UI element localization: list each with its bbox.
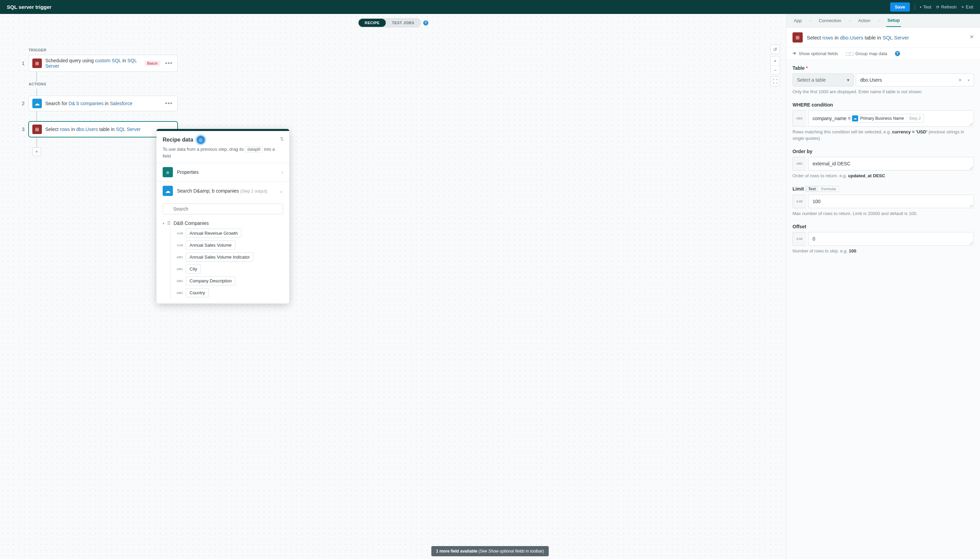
tab-test-jobs[interactable]: TEST JOBS — [386, 19, 421, 27]
top-header: SQL server trigger Save Test Refresh Exi… — [0, 0, 980, 14]
step-number: 2 — [19, 101, 25, 106]
salesforce-icon — [163, 186, 173, 196]
salesforce-icon: ☁ — [852, 115, 858, 121]
tab-action[interactable]: Action — [857, 15, 872, 26]
canvas[interactable]: RECIPE TEST JOBS ? ↺ + − ⛶ TRIGGER 1 — [0, 14, 786, 559]
add-step-button[interactable]: + — [32, 147, 41, 156]
datapill[interactable]: City — [186, 265, 201, 273]
help-icon[interactable]: ? — [895, 51, 900, 56]
type-prefix: 0.00 — [793, 195, 806, 208]
target-icon[interactable]: ◎ — [197, 136, 205, 144]
sql-server-icon — [32, 58, 42, 68]
orderby-help: Order of rows to return. e.g. updated_at… — [793, 172, 974, 179]
type-tag: ABC — [175, 280, 183, 283]
actions-section-label: ACTIONS — [28, 82, 178, 86]
datapill-item[interactable]: 0.00Annual Revenue Growth — [163, 227, 283, 239]
offset-help: Number of rows to skip. e.g. 100. — [793, 248, 974, 255]
test-button[interactable]: Test — [920, 5, 931, 10]
clear-icon[interactable]: ✕ — [958, 78, 962, 83]
chevron-right-icon: › — [281, 169, 283, 175]
recipe-data-title: Recipe data — [163, 137, 193, 143]
recipe-data-desc: To use data from a previous step, drag i… — [163, 146, 283, 159]
datapill[interactable]: Annual Revenue Growth — [186, 229, 241, 238]
table-help: Only the first 1000 are displayed. Enter… — [793, 88, 974, 95]
limit-help: Max number of rows to return. Limit is 2… — [793, 210, 974, 217]
chevron-down-icon: ▾ — [847, 77, 849, 83]
step-card-1[interactable]: Scheduled query using custom SQL in SQL … — [28, 55, 178, 72]
offset-input[interactable]: 0 — [808, 232, 974, 246]
offset-label: Offset — [793, 224, 974, 229]
zoom-out-button[interactable]: − — [771, 65, 780, 74]
step-1-text: Scheduled query using custom SQL in SQL … — [45, 58, 141, 69]
limit-input[interactable]: 100 — [808, 195, 974, 208]
show-optional-fields[interactable]: 👁Show optional fields — [793, 51, 838, 56]
where-label: WHERE condition — [793, 102, 974, 108]
properties-icon: ≡ — [163, 167, 173, 177]
batch-badge: Batch — [145, 61, 160, 66]
datapill[interactable]: Annual Sales Volume — [186, 241, 235, 250]
resize-handle[interactable] — [970, 167, 972, 169]
undo-button[interactable]: ↺ — [771, 45, 780, 54]
type-prefix: 0.00 — [793, 232, 806, 246]
table-select-dropdown[interactable]: Select a table▾ — [793, 73, 854, 86]
datapill-item[interactable]: ABCAnnual Sales Volume Indicator — [163, 251, 283, 263]
mode-toggle[interactable]: TextFormula — [805, 186, 839, 192]
step-3-text: Select rows in dbo.Users table in SQL Se… — [45, 127, 174, 132]
caret-down-icon: ▾ — [163, 222, 164, 225]
group-icon: ⬚⬚ — [846, 51, 854, 56]
datapill[interactable]: Country — [186, 288, 209, 298]
table-label: Table — [793, 65, 805, 71]
type-tag: 0.00 — [175, 232, 183, 235]
group-map-data[interactable]: ⬚⬚Group map data — [846, 51, 887, 56]
properties-row[interactable]: ≡ Properties › — [157, 163, 289, 181]
datapill[interactable]: Annual Sales Volume Indicator — [186, 253, 253, 261]
tab-setup[interactable]: Setup — [886, 14, 901, 27]
page-title: SQL server trigger — [7, 4, 51, 10]
resize-handle[interactable] — [970, 205, 972, 207]
arrow-icon: → — [845, 18, 854, 23]
datapill-search-input[interactable] — [163, 203, 283, 214]
type-prefix: ABC — [793, 157, 806, 170]
orderby-input[interactable]: external_id DESC — [808, 157, 974, 170]
action-title: Select rows in dbo.Users table in SQL Se… — [807, 35, 909, 40]
resize-handle[interactable] — [970, 123, 972, 126]
refresh-button[interactable]: Refresh — [936, 5, 957, 10]
tab-recipe[interactable]: RECIPE — [359, 19, 386, 27]
datapill-item[interactable]: ABCCountry — [163, 287, 283, 299]
where-condition-input[interactable]: company_name = ☁ Primary Business Name S… — [808, 110, 974, 127]
eye-icon: 👁 — [793, 51, 797, 56]
table-name-input[interactable]: dbo.Users ✕ ▾ — [856, 73, 974, 86]
step-number: 3 — [19, 127, 25, 132]
datapill-item[interactable]: ABCCompany Description — [163, 275, 283, 287]
datapill-chip[interactable]: ☁ Primary Business Name Step 2 — [851, 114, 924, 123]
datapill-group[interactable]: ▾ ☰ D&B Companies — [163, 219, 283, 227]
step-card-2[interactable]: Search for D& b companies in Salesforce … — [28, 96, 178, 111]
help-icon[interactable]: ? — [423, 20, 428, 25]
setup-panel: App → Connection → Action → Setup Select… — [786, 14, 980, 559]
resize-handle[interactable] — [970, 242, 972, 245]
step-more-icon[interactable]: ••• — [164, 100, 174, 107]
chevron-down-icon: ⌄ — [279, 188, 283, 194]
recipe-data-panel: Recipe data ◎ To use data from a previou… — [157, 129, 289, 303]
sql-server-icon — [793, 32, 803, 43]
expand-collapse-icon[interactable]: ⇅ — [280, 136, 284, 142]
salesforce-icon — [32, 99, 42, 108]
canvas-tabs: RECIPE TEST JOBS — [358, 18, 421, 28]
save-button[interactable]: Save — [890, 2, 910, 12]
step-more-icon[interactable]: ••• — [164, 60, 174, 67]
step2-output-row[interactable]: Search D&amp; b companies (Step 2 output… — [157, 181, 289, 200]
tab-app[interactable]: App — [793, 15, 803, 26]
orderby-label: Order by — [793, 149, 974, 154]
exit-button[interactable]: Exit — [961, 5, 973, 10]
close-icon[interactable]: ✕ — [970, 34, 974, 40]
zoom-in-button[interactable]: + — [771, 56, 780, 65]
datapill-item[interactable]: ABCCity — [163, 263, 283, 275]
fit-button[interactable]: ⛶ — [771, 77, 780, 86]
type-tag: ABC — [175, 268, 183, 271]
datapill[interactable]: Company Description — [186, 276, 235, 286]
chevron-down-icon[interactable]: ▾ — [968, 78, 970, 82]
datapill-item[interactable]: 0.00Annual Sales Volume — [163, 239, 283, 251]
step-card-3[interactable]: Select rows in dbo.Users table in SQL Se… — [28, 121, 178, 137]
arrow-icon: → — [874, 18, 883, 23]
tab-connection[interactable]: Connection — [817, 15, 843, 26]
